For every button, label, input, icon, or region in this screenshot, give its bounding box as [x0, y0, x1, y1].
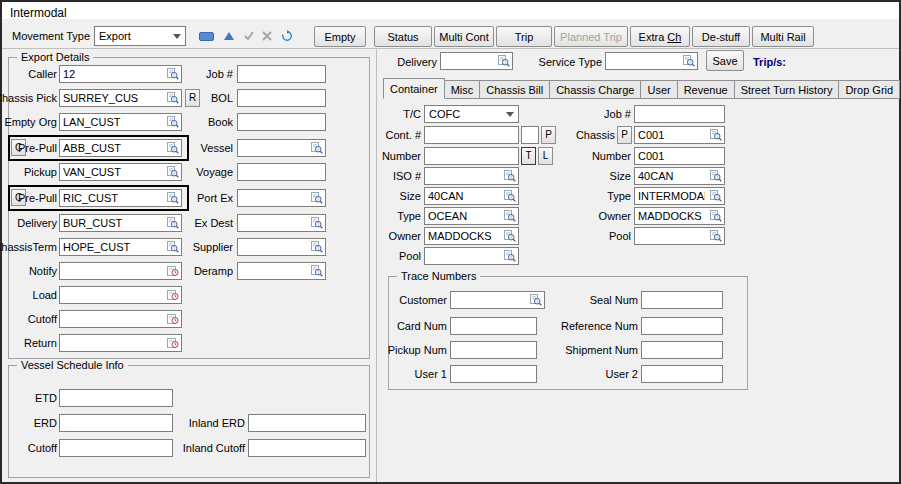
tc-select[interactable]: COFC: [424, 105, 519, 123]
seal-num-input[interactable]: [642, 292, 722, 308]
movement-type-select[interactable]: Export: [94, 26, 186, 46]
supplier-input[interactable]: [238, 239, 309, 255]
cutoff-datetime-button[interactable]: [165, 311, 181, 327]
customer-lookup-button[interactable]: [528, 292, 544, 308]
blue-box-button[interactable]: [194, 26, 218, 46]
port-ex-input[interactable]: [238, 190, 309, 206]
notify-datetime-button[interactable]: [165, 263, 181, 279]
container-l-button[interactable]: L: [538, 147, 553, 165]
bol-input[interactable]: [238, 90, 325, 106]
chassis-term-lookup-button[interactable]: [165, 239, 181, 255]
pre-pull-2-input[interactable]: [60, 190, 165, 206]
container-pool-input[interactable]: [425, 248, 502, 264]
vessel-input[interactable]: [238, 140, 309, 156]
erd-input[interactable]: [60, 415, 172, 431]
tab-street-turn-history[interactable]: Street Turn History: [734, 80, 840, 99]
pre-pull-2-lookup-button[interactable]: [165, 190, 181, 206]
empty-org-input[interactable]: [60, 114, 165, 130]
empty-org-lookup-button[interactable]: [165, 114, 181, 130]
chassis-pick-input[interactable]: [60, 90, 165, 106]
de-stuff-button[interactable]: De-stuff: [692, 26, 750, 47]
container-pool-lookup-button[interactable]: [502, 248, 518, 264]
chassis-owner-input[interactable]: [635, 208, 708, 224]
refresh-button[interactable]: [276, 26, 298, 46]
pre-pull-1-input[interactable]: [60, 140, 165, 156]
vessel-lookup-button[interactable]: [309, 140, 325, 156]
caller-input[interactable]: [60, 66, 165, 82]
cont-number-input[interactable]: [425, 127, 518, 143]
move-up-button[interactable]: [220, 26, 238, 46]
voyage-input[interactable]: [238, 164, 325, 180]
right-delivery-lookup-button[interactable]: [496, 53, 512, 69]
tab-drop-grid[interactable]: Drop Grid: [838, 80, 900, 99]
cutoff-input[interactable]: [60, 311, 165, 327]
right-delivery-input[interactable]: [441, 53, 496, 69]
book-input[interactable]: [238, 114, 325, 130]
load-input[interactable]: [60, 287, 165, 303]
caller-lookup-button[interactable]: [165, 66, 181, 82]
cont-number-check-input[interactable]: [522, 127, 538, 143]
panel-splitter[interactable]: [376, 49, 377, 482]
chassis-lookup-button[interactable]: [708, 127, 724, 143]
cancel-button[interactable]: [258, 26, 276, 46]
chassis-type-lookup-button[interactable]: [708, 188, 724, 204]
chassis-size-input[interactable]: [635, 168, 708, 184]
container-size-lookup-button[interactable]: [502, 188, 518, 204]
chassis-term-input[interactable]: [60, 239, 165, 255]
inland-erd-input[interactable]: [249, 415, 365, 431]
empty-button[interactable]: Empty: [314, 26, 366, 47]
chassis-p-button[interactable]: P: [617, 126, 632, 144]
chassis-job-input[interactable]: [635, 106, 724, 122]
extra-ch-button[interactable]: Extra Ch: [630, 26, 690, 47]
chassis-size-lookup-button[interactable]: [708, 168, 724, 184]
container-t-button[interactable]: T: [521, 147, 536, 165]
tab-chassis-bill[interactable]: Chassis Bill: [479, 80, 550, 99]
iso-lookup-button[interactable]: [502, 168, 518, 184]
deramp-input[interactable]: [238, 263, 309, 279]
save-button[interactable]: Save: [706, 50, 744, 71]
tab-misc[interactable]: Misc: [444, 80, 481, 99]
pickup-lookup-button[interactable]: [165, 164, 181, 180]
status-button[interactable]: Status: [374, 26, 432, 47]
supplier-lookup-button[interactable]: [309, 239, 325, 255]
cont-number-p-button[interactable]: P: [541, 126, 556, 144]
load-datetime-button[interactable]: [165, 287, 181, 303]
job-number-input[interactable]: [238, 66, 325, 82]
notify-input[interactable]: [60, 263, 165, 279]
ex-dest-lookup-button[interactable]: [309, 215, 325, 231]
service-type-input[interactable]: [606, 53, 681, 69]
inland-cutoff-input[interactable]: [249, 440, 365, 456]
card-num-input[interactable]: [451, 318, 536, 334]
reference-num-input[interactable]: [642, 318, 722, 334]
return-input[interactable]: [60, 335, 165, 351]
pickup-num-input[interactable]: [451, 342, 536, 358]
chassis-type-input[interactable]: [635, 188, 708, 204]
user-2-input[interactable]: [642, 366, 722, 382]
chassis-pick-r-button[interactable]: R: [185, 89, 200, 107]
container-size-input[interactable]: [425, 188, 502, 204]
deramp-lookup-button[interactable]: [309, 263, 325, 279]
container-type-lookup-button[interactable]: [502, 208, 518, 224]
pre-pull-1-lookup-button[interactable]: [165, 140, 181, 156]
vessel-cutoff-input[interactable]: [60, 440, 172, 456]
chassis-number-input[interactable]: [635, 148, 724, 164]
iso-input[interactable]: [425, 168, 502, 184]
service-type-lookup-button[interactable]: [681, 53, 697, 69]
tab-chassis-charge[interactable]: Chassis Charge: [549, 80, 641, 99]
trip-button[interactable]: Trip: [496, 26, 552, 47]
shipment-num-input[interactable]: [642, 342, 722, 358]
return-datetime-button[interactable]: [165, 335, 181, 351]
delivery-lookup-button[interactable]: [165, 215, 181, 231]
chassis-input[interactable]: [635, 127, 708, 143]
container-number-input[interactable]: [425, 148, 518, 164]
user-1-input[interactable]: [451, 366, 536, 382]
multi-cont-button[interactable]: Multi Cont: [434, 26, 494, 47]
chassis-owner-lookup-button[interactable]: [708, 208, 724, 224]
port-ex-lookup-button[interactable]: [309, 190, 325, 206]
container-owner-lookup-button[interactable]: [502, 228, 518, 244]
customer-input[interactable]: [451, 292, 528, 308]
multi-rail-button[interactable]: Multi Rail: [752, 26, 814, 47]
confirm-button[interactable]: [240, 26, 258, 46]
tab-user[interactable]: User: [640, 80, 677, 99]
chassis-pool-input[interactable]: [635, 228, 708, 244]
